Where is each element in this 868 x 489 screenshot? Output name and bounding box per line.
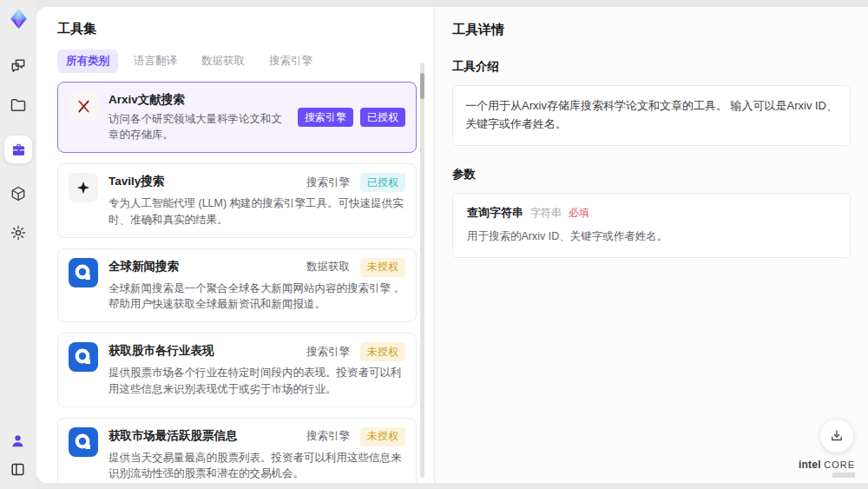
briefcase-icon[interactable] xyxy=(4,135,32,163)
category-badge: 搜索引擎 xyxy=(298,108,353,127)
category-label: 数据获取 xyxy=(306,260,350,274)
tool-description: 访问各个研究领域大量科学论文和文章的存储库。 xyxy=(108,111,287,144)
tool-card-arxiv[interactable]: Arxiv文献搜索 访问各个研究领域大量科学论文和文章的存储库。 搜索引擎 已授… xyxy=(57,82,417,153)
folder-icon[interactable] xyxy=(10,96,27,114)
brand-core-text: CORE xyxy=(824,459,855,470)
user-icon[interactable] xyxy=(10,433,27,450)
blue-q-logo-icon xyxy=(69,258,98,287)
blue-q-logo-icon xyxy=(69,427,98,457)
parameter-item: 查询字符串 字符串 必填 用于搜索的Arxiv ID、关键字或作者姓名。 xyxy=(452,193,851,259)
rail-bottom xyxy=(10,433,27,479)
rail-nav xyxy=(4,57,32,241)
tool-name: 获取股市各行业表现 xyxy=(108,342,214,359)
brand-subline xyxy=(832,472,855,478)
sparkle-logo-icon xyxy=(69,173,98,202)
toolset-title: 工具集 xyxy=(57,21,434,37)
detail-title: 工具详情 xyxy=(452,22,851,38)
tool-name: 全球新闻搜索 xyxy=(108,258,179,274)
left-rail xyxy=(0,0,36,489)
params-heading: 参数 xyxy=(452,167,851,182)
gear-icon[interactable] xyxy=(10,224,27,241)
panel-toggle-icon[interactable] xyxy=(10,461,27,479)
tool-detail-pane: 工具详情 工具介绍 一个用于从Arxiv存储库搜索科学论文和文章的工具。 输入可… xyxy=(434,7,868,483)
param-name: 查询字符串 xyxy=(467,205,523,221)
app-logo-gem-icon xyxy=(8,8,30,30)
intro-heading: 工具介绍 xyxy=(452,59,851,75)
toolset-pane: 工具集 所有类别 语言翻译 数据获取 搜索引擎 Arxiv文献搜索 访问各个研究… xyxy=(36,7,434,483)
tool-card-stock-sectors[interactable]: 获取股市各行业表现 搜索引擎 未授权 提供股票市场各个行业在特定时间段内的表现。… xyxy=(57,333,417,407)
tool-description: 全球新闻搜索是一个聚合全球各大新闻网站内容的搜索引擎，帮助用户快速获取全球最新资… xyxy=(108,281,405,314)
tool-name: 获取市场最活跃股票信息 xyxy=(108,427,238,444)
tool-description: 提供股票市场各个行业在特定时间段内的表现。投资者可以利用这些信息来识别表现优于或… xyxy=(108,365,405,398)
main-panel: 工具集 所有类别 语言翻译 数据获取 搜索引擎 Arxiv文献搜索 访问各个研究… xyxy=(36,7,868,483)
tool-name: Tavily搜索 xyxy=(108,173,164,189)
param-required-flag: 必填 xyxy=(569,206,589,221)
category-label: 搜索引擎 xyxy=(306,345,350,360)
category-label: 搜索引擎 xyxy=(306,175,350,190)
tab-all-categories[interactable]: 所有类别 xyxy=(57,50,118,73)
tool-intro-text: 一个用于从Arxiv存储库搜索科学论文和文章的工具。 输入可以是Arxiv ID… xyxy=(452,85,851,146)
category-tabs: 所有类别 语言翻译 数据获取 搜索引擎 xyxy=(57,50,434,73)
download-button[interactable] xyxy=(820,420,853,453)
auth-badge: 未授权 xyxy=(360,342,405,361)
tool-description: 提供当天交易量最高的股票列表。投资者可以利用这些信息来识别流动性强的股票和潜在的… xyxy=(108,450,405,483)
tab-translation[interactable]: 语言翻译 xyxy=(125,50,186,73)
category-label: 搜索引擎 xyxy=(306,429,350,444)
auth-badge: 已授权 xyxy=(360,108,405,127)
tool-card-tavily[interactable]: Tavily搜索 搜索引擎 已授权 专为人工智能代理 (LLM) 构建的搜索引擎… xyxy=(57,163,417,238)
tab-search-engine[interactable]: 搜索引擎 xyxy=(260,50,321,73)
arxiv-logo-icon xyxy=(69,91,98,121)
brand-intel-text: intel xyxy=(799,459,821,471)
tool-card-global-news[interactable]: 全球新闻搜索 数据获取 未授权 全球新闻搜索是一个聚合全球各大新闻网站内容的搜索… xyxy=(57,248,417,323)
list-scrollbar[interactable] xyxy=(420,63,424,478)
scrollbar-thumb[interactable] xyxy=(420,73,424,99)
auth-badge: 未授权 xyxy=(360,427,405,446)
download-icon xyxy=(829,428,845,444)
chat-icon[interactable] xyxy=(10,57,27,75)
intel-core-logo: intel CORE xyxy=(799,459,855,478)
param-description: 用于搜索的Arxiv ID、关键字或作者姓名。 xyxy=(467,228,836,245)
blue-q-logo-icon xyxy=(69,342,98,372)
tool-description: 专为人工智能代理 (LLM) 构建的搜索引擎工具。可快速提供实时、准确和真实的结… xyxy=(108,195,405,228)
tool-card-active-stocks[interactable]: 获取市场最活跃股票信息 搜索引擎 未授权 提供当天交易量最高的股票列表。投资者可… xyxy=(57,418,417,483)
tool-name: Arxiv文献搜索 xyxy=(108,91,287,108)
tool-card-list: Arxiv文献搜索 访问各个研究领域大量科学论文和文章的存储库。 搜索引擎 已授… xyxy=(57,82,417,483)
param-type: 字符串 xyxy=(530,206,562,221)
cube-icon[interactable] xyxy=(10,185,27,202)
tab-data-fetch[interactable]: 数据获取 xyxy=(193,50,253,73)
auth-badge: 已授权 xyxy=(360,173,405,192)
auth-badge: 未授权 xyxy=(360,258,405,277)
